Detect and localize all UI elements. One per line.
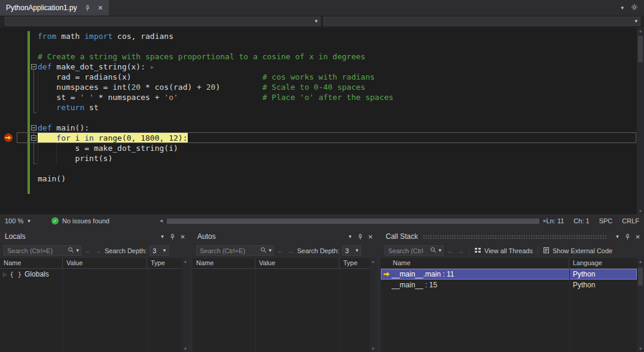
callstack-scrollbar[interactable]: ▲ ▼ xyxy=(637,258,644,352)
search-depth-select[interactable]: 3 ▾ xyxy=(342,245,361,256)
tab-pythonapplication1[interactable]: PythonApplication1.py × xyxy=(0,0,109,16)
scroll-up-icon[interactable]: ▲ xyxy=(639,29,643,33)
column-header-name[interactable]: Name xyxy=(381,258,569,268)
scroll-down-icon[interactable]: ▼ xyxy=(371,347,376,351)
pin-icon[interactable] xyxy=(622,231,633,242)
code-token: return xyxy=(56,103,84,112)
scroll-down-icon[interactable]: ▼ xyxy=(639,209,643,213)
column-header-language[interactable]: Language xyxy=(569,258,637,268)
code-line[interactable]: def make_dot_string(x): ▸ xyxy=(0,62,637,72)
code-line[interactable] xyxy=(0,113,637,123)
nav-project-dropdown[interactable]: ▾ xyxy=(5,17,321,26)
code-line[interactable]: # Create a string with spaces proportion… xyxy=(0,51,637,62)
close-icon[interactable]: × xyxy=(365,231,376,242)
close-icon[interactable]: × xyxy=(633,231,643,242)
code-line[interactable]: st = ' ' * numspaces + 'o' # Place 'o' a… xyxy=(0,92,637,102)
scroll-down-icon[interactable]: ▼ xyxy=(639,347,643,351)
forward-icon[interactable]: → xyxy=(287,247,294,254)
code-line[interactable] xyxy=(0,163,637,174)
forward-icon[interactable]: → xyxy=(457,247,464,254)
chevron-down-icon[interactable]: ▾ xyxy=(438,248,441,253)
code-line[interactable]: s = make_dot_string(i) xyxy=(0,143,637,153)
window-position-icon[interactable]: ▾ xyxy=(612,231,622,242)
code-token: # cos works with radians xyxy=(263,72,375,81)
search-input[interactable] xyxy=(6,247,66,254)
code-line[interactable]: main() xyxy=(0,174,637,184)
search-icon xyxy=(260,247,267,254)
autos-scrollbar[interactable]: ▲ ▼ xyxy=(370,258,377,352)
window-position-icon[interactable]: ▾ xyxy=(157,231,167,242)
column-header-name[interactable]: Name xyxy=(193,258,255,268)
zoom-select[interactable]: 100 % ▾ xyxy=(5,214,30,227)
close-icon[interactable]: × xyxy=(178,231,188,242)
autos-title-bar[interactable]: Autos ▾ × xyxy=(193,230,377,243)
pin-icon[interactable] xyxy=(167,231,178,242)
column-header-type[interactable]: Type xyxy=(147,258,182,268)
search-box[interactable]: ▾ xyxy=(384,245,444,256)
code-line[interactable] xyxy=(0,41,637,51)
view-all-threads-button[interactable]: View all Threads xyxy=(474,247,533,255)
code-line[interactable]: from math import cos, radians xyxy=(0,31,637,41)
fold-toggle-icon[interactable] xyxy=(31,135,36,141)
scrollbar-thumb[interactable] xyxy=(638,268,643,286)
fold-toggle-icon[interactable] xyxy=(31,64,36,69)
code-line[interactable]: for i in range(0, 1800, 12): xyxy=(0,133,637,143)
stack-frame-row[interactable]: __main__.main : 11Python xyxy=(381,269,637,280)
chevron-down-icon[interactable]: ▾ xyxy=(268,248,271,253)
forward-icon[interactable]: → xyxy=(94,247,102,254)
search-depth-select[interactable]: 3 ▾ xyxy=(149,245,169,256)
code-editor[interactable]: from math import cos, radians# Create a … xyxy=(0,28,644,214)
show-external-code-button[interactable]: Show External Code xyxy=(543,247,612,255)
scroll-up-icon[interactable]: ▲ xyxy=(639,259,643,263)
column-header-value[interactable]: Value xyxy=(63,258,147,268)
code-line[interactable]: numspaces = int(20 * cos(rad) + 20) # Sc… xyxy=(0,82,637,92)
back-icon[interactable]: ← xyxy=(447,247,454,254)
back-icon[interactable]: ← xyxy=(84,247,91,254)
scroll-up-icon[interactable]: ▲ xyxy=(184,259,188,263)
code-token: * cos(rad) + xyxy=(141,83,206,92)
pin-icon[interactable] xyxy=(83,2,93,13)
code-text xyxy=(38,113,637,123)
variable-row[interactable]: ▷{ }Globals xyxy=(0,269,182,280)
code-line[interactable]: rad = radians(x) # cos works with radian… xyxy=(0,72,637,82)
fold-toggle-icon[interactable] xyxy=(31,125,36,131)
health-indicator[interactable]: ✓ No issues found xyxy=(51,214,109,227)
editor-vertical-scrollbar[interactable]: ▲ ▼ xyxy=(637,28,644,214)
current-frame-icon xyxy=(381,271,392,278)
code-text: s = make_dot_string(i) xyxy=(38,143,637,153)
back-icon[interactable]: ← xyxy=(277,247,284,254)
code-line[interactable] xyxy=(0,184,637,194)
column-header-name[interactable]: Name xyxy=(0,258,63,268)
scroll-left-icon[interactable]: ◀ xyxy=(157,219,165,223)
search-box[interactable]: ▾ xyxy=(196,245,274,256)
scrollbar-thumb[interactable] xyxy=(167,219,539,224)
locals-title-bar[interactable]: Locals ▾ × xyxy=(0,230,189,243)
code-line[interactable]: def main(): xyxy=(0,123,637,133)
current-statement-icon[interactable] xyxy=(0,133,28,143)
title-grip xyxy=(423,235,608,239)
glyph-margin xyxy=(0,41,28,51)
window-position-icon[interactable]: ▾ xyxy=(345,231,355,242)
search-box[interactable]: ▾ xyxy=(4,245,81,256)
search-input[interactable] xyxy=(199,247,258,254)
stack-frame-row[interactable]: __main__ : 15Python xyxy=(381,280,637,290)
search-input[interactable] xyxy=(387,247,428,254)
scroll-down-icon[interactable]: ▼ xyxy=(184,347,188,351)
column-header-value[interactable]: Value xyxy=(255,258,340,268)
scrollbar-thumb[interactable] xyxy=(638,36,643,62)
expander-icon[interactable]: ▷ xyxy=(3,272,7,277)
active-files-chevron-icon[interactable]: ▾ xyxy=(621,5,624,11)
nav-member-dropdown[interactable]: ▾ xyxy=(323,17,640,26)
scroll-up-icon[interactable]: ▲ xyxy=(371,259,376,263)
code-line[interactable]: return st xyxy=(0,102,637,113)
column-header-type[interactable]: Type xyxy=(340,258,370,268)
chevron-down-icon[interactable]: ▾ xyxy=(76,248,79,253)
pin-icon[interactable] xyxy=(355,231,365,242)
gear-icon[interactable] xyxy=(631,4,638,12)
scrollbar-track[interactable] xyxy=(165,219,541,224)
locals-scrollbar[interactable]: ▲ ▼ xyxy=(182,258,189,352)
editor-horizontal-scrollbar[interactable]: ◀ ▶ xyxy=(157,217,549,225)
close-icon[interactable]: × xyxy=(98,4,103,12)
code-line[interactable]: print(s) xyxy=(0,153,637,163)
callstack-title-bar[interactable]: Call Stack ▾ × xyxy=(381,230,644,243)
